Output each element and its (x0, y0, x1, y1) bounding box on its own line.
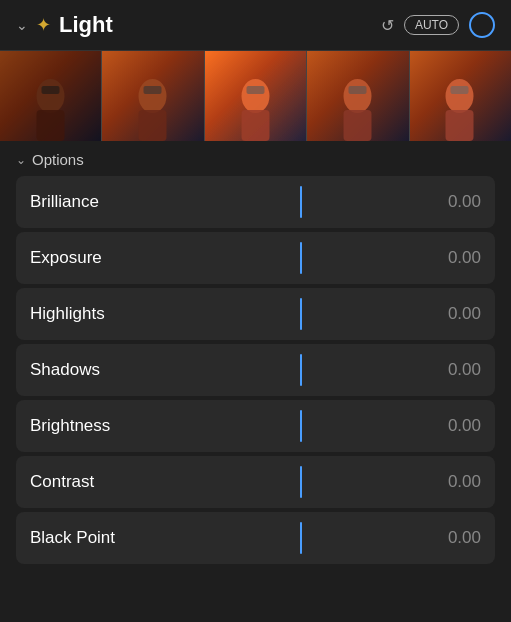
slider-track-0[interactable] (170, 176, 431, 228)
light-section-header: ⌄ ✦ Light ↺ AUTO (0, 0, 511, 51)
svg-rect-2 (41, 86, 59, 94)
preview-images (0, 51, 511, 141)
slider-row-contrast[interactable]: Contrast0.00 (16, 456, 495, 508)
mode-circle-button[interactable] (469, 12, 495, 38)
slider-track-5[interactable] (170, 456, 431, 508)
svg-rect-10 (343, 110, 371, 141)
slider-indicator-5 (300, 466, 302, 498)
svg-rect-1 (36, 110, 64, 141)
svg-rect-4 (139, 110, 167, 141)
slider-track-6[interactable] (170, 512, 431, 564)
options-section: ⌄ Options Brilliance0.00Exposure0.00High… (0, 141, 511, 574)
slider-value-1: 0.00 (431, 248, 481, 268)
preview-image-2[interactable] (102, 51, 203, 141)
slider-label-4: Brightness (30, 416, 170, 436)
slider-indicator-3 (300, 354, 302, 386)
svg-point-9 (343, 79, 371, 113)
slider-track-2[interactable] (170, 288, 431, 340)
slider-row-brilliance[interactable]: Brilliance0.00 (16, 176, 495, 228)
svg-rect-8 (246, 86, 264, 94)
svg-rect-5 (144, 86, 162, 94)
slider-indicator-6 (300, 522, 302, 554)
header-controls: ↺ AUTO (381, 12, 495, 38)
slider-label-0: Brilliance (30, 192, 170, 212)
slider-value-5: 0.00 (431, 472, 481, 492)
collapse-chevron-icon[interactable]: ⌄ (16, 17, 28, 33)
slider-value-3: 0.00 (431, 360, 481, 380)
slider-indicator-0 (300, 186, 302, 218)
svg-rect-11 (348, 86, 366, 94)
preview-strip (0, 51, 511, 141)
slider-indicator-2 (300, 298, 302, 330)
sliders-container: Brilliance0.00Exposure0.00Highlights0.00… (16, 176, 495, 564)
slider-indicator-1 (300, 242, 302, 274)
slider-track-4[interactable] (170, 400, 431, 452)
svg-point-12 (446, 79, 474, 113)
slider-row-black-point[interactable]: Black Point0.00 (16, 512, 495, 564)
svg-rect-7 (241, 110, 269, 141)
header-left: ⌄ ✦ Light (16, 12, 381, 38)
slider-value-0: 0.00 (431, 192, 481, 212)
svg-point-6 (241, 79, 269, 113)
options-chevron-icon[interactable]: ⌄ (16, 153, 26, 167)
preview-image-5[interactable] (410, 51, 511, 141)
options-label: Options (32, 151, 84, 168)
slider-label-3: Shadows (30, 360, 170, 380)
slider-label-5: Contrast (30, 472, 170, 492)
slider-label-2: Highlights (30, 304, 170, 324)
slider-track-1[interactable] (170, 232, 431, 284)
slider-track-3[interactable] (170, 344, 431, 396)
preview-image-1[interactable] (0, 51, 101, 141)
slider-row-brightness[interactable]: Brightness0.00 (16, 400, 495, 452)
slider-value-2: 0.00 (431, 304, 481, 324)
reset-icon[interactable]: ↺ (381, 16, 394, 35)
slider-row-shadows[interactable]: Shadows0.00 (16, 344, 495, 396)
preview-image-4[interactable] (307, 51, 408, 141)
svg-rect-13 (446, 110, 474, 141)
slider-row-exposure[interactable]: Exposure0.00 (16, 232, 495, 284)
options-header: ⌄ Options (16, 151, 495, 168)
slider-label-1: Exposure (30, 248, 170, 268)
svg-rect-14 (451, 86, 469, 94)
preview-image-3[interactable] (205, 51, 306, 141)
slider-value-6: 0.00 (431, 528, 481, 548)
slider-row-highlights[interactable]: Highlights0.00 (16, 288, 495, 340)
slider-indicator-4 (300, 410, 302, 442)
svg-point-3 (139, 79, 167, 113)
auto-button[interactable]: AUTO (404, 15, 459, 35)
svg-point-0 (36, 79, 64, 113)
section-title: Light (59, 12, 113, 38)
light-sun-icon: ✦ (36, 14, 51, 36)
slider-value-4: 0.00 (431, 416, 481, 436)
slider-label-6: Black Point (30, 528, 170, 548)
